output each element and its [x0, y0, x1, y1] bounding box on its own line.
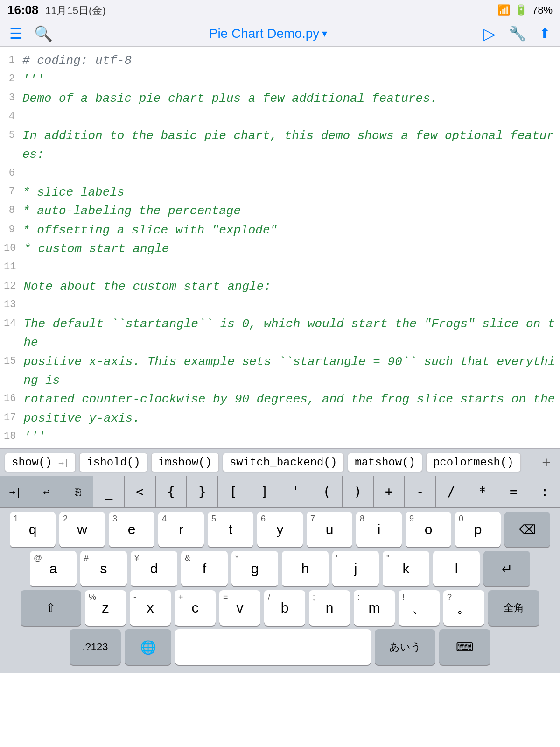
key-right-paren[interactable]: ): [343, 476, 374, 507]
key-m[interactable]: : m: [354, 590, 395, 626]
code-line-7: 7 * slice labels: [0, 183, 560, 202]
key-less-than[interactable]: <: [125, 476, 156, 507]
key-s-main: s: [100, 561, 107, 577]
key-colon[interactable]: :: [529, 476, 560, 507]
key-o[interactable]: 9 o: [406, 512, 451, 547]
key-comma-jp[interactable]: ! 、: [399, 590, 440, 626]
key-underscore[interactable]: _: [93, 476, 125, 507]
key-c[interactable]: + c: [175, 590, 216, 626]
key-tab[interactable]: →|: [0, 476, 31, 507]
autocomplete-imshow[interactable]: imshow(): [151, 453, 219, 472]
key-e[interactable]: 3 e: [109, 512, 154, 547]
line-content-5: In addition to the basic pie chart, this…: [22, 127, 556, 164]
run-icon[interactable]: ▷: [483, 24, 496, 43]
key-i[interactable]: 8 i: [356, 512, 402, 547]
key-space[interactable]: [175, 629, 371, 665]
line-content-17: positive y-axis.: [23, 409, 556, 428]
key-minus[interactable]: -: [405, 476, 436, 507]
line-number-4: 4: [4, 108, 22, 125]
key-j[interactable]: ' j: [332, 551, 379, 586]
share-icon[interactable]: ⬆: [539, 25, 551, 42]
line-content-2: ''': [22, 70, 556, 89]
key-p[interactable]: 0 p: [455, 512, 501, 547]
key-k[interactable]: " k: [383, 551, 429, 586]
key-undo[interactable]: ↩: [31, 476, 63, 507]
key-r[interactable]: 4 r: [158, 512, 204, 547]
key-shift[interactable]: ⇧: [21, 590, 81, 626]
key-a[interactable]: @ a: [30, 551, 77, 586]
key-s[interactable]: # s: [80, 551, 127, 586]
key-b[interactable]: / b: [264, 590, 305, 626]
code-line-16: 16 rotated counter-clockwise by 90 degre…: [0, 390, 560, 409]
autocomplete-switch-backend[interactable]: switch_backend(): [223, 453, 344, 472]
autocomplete-pcolormesh[interactable]: pcolormesh(): [426, 453, 521, 472]
key-h-main: h: [301, 561, 309, 577]
key-apostrophe[interactable]: ': [280, 476, 311, 507]
key-backspace[interactable]: ⌫: [504, 512, 550, 547]
key-comma-jp-main: 、: [412, 599, 426, 618]
key-v[interactable]: = v: [219, 590, 260, 626]
key-kana-toggle[interactable]: 全角: [488, 590, 539, 626]
key-w[interactable]: 2 w: [59, 512, 105, 547]
key-right-brace[interactable]: }: [187, 476, 218, 507]
key-equals[interactable]: =: [498, 476, 530, 507]
key-period-jp[interactable]: ? 。: [443, 590, 484, 626]
line-content-13: [23, 296, 556, 315]
autocomplete-ishold[interactable]: ishold(): [79, 453, 147, 472]
key-c-top: +: [178, 592, 183, 602]
key-u[interactable]: 7 u: [307, 512, 352, 547]
key-m-main: m: [369, 600, 380, 616]
autocomplete-add-button[interactable]: +: [537, 454, 555, 471]
key-z[interactable]: % z: [85, 590, 126, 626]
key-123[interactable]: .?123: [70, 629, 121, 665]
settings-icon[interactable]: 🔧: [509, 25, 526, 42]
key-keyboard-dismiss[interactable]: ⌨: [439, 629, 490, 665]
key-comma-jp-top: !: [402, 592, 405, 602]
key-t-top: 5: [211, 514, 216, 524]
key-left-brace[interactable]: {: [156, 476, 187, 507]
line-number-8: 8: [4, 202, 22, 218]
key-kana-button[interactable]: あいう: [375, 629, 435, 665]
autocomplete-show[interactable]: show() →|: [5, 453, 76, 472]
code-line-6: 6: [0, 164, 560, 183]
autocomplete-bar: show() →| ishold() imshow() switch_backe…: [0, 448, 560, 476]
key-right-bracket[interactable]: ]: [249, 476, 280, 507]
file-title: Pie Chart Demo.py: [209, 26, 320, 41]
key-f[interactable]: & f: [181, 551, 228, 586]
key-q[interactable]: 1 q: [10, 512, 56, 547]
line-number-10: 10: [4, 240, 23, 256]
key-asterisk[interactable]: *: [467, 476, 498, 507]
key-j-main: j: [354, 561, 357, 577]
key-h[interactable]: h: [282, 551, 329, 586]
key-d[interactable]: ¥ d: [131, 551, 177, 586]
key-g[interactable]: * g: [231, 551, 278, 586]
key-b-main: b: [281, 600, 289, 616]
key-slash[interactable]: /: [436, 476, 467, 507]
key-o-top: 9: [409, 514, 414, 524]
key-copy[interactable]: ⎘: [62, 476, 93, 507]
key-return[interactable]: ↵: [483, 551, 530, 586]
key-t-main: t: [229, 521, 232, 537]
key-left-bracket[interactable]: [: [218, 476, 249, 507]
code-line-15: 15 positive x-axis. This example sets ``…: [0, 352, 560, 390]
menu-icon[interactable]: ☰: [9, 25, 23, 42]
key-n[interactable]: ; n: [309, 590, 350, 626]
autocomplete-matshow[interactable]: matshow(): [348, 453, 422, 472]
line-number-2: 2: [4, 70, 22, 87]
code-line-4: 4: [0, 108, 560, 127]
key-t[interactable]: 5 t: [208, 512, 253, 547]
search-icon[interactable]: 🔍: [34, 25, 53, 42]
toolbar-title-area[interactable]: Pie Chart Demo.py ▾: [209, 26, 328, 41]
key-x[interactable]: - x: [130, 590, 171, 626]
key-globe[interactable]: 🌐: [125, 629, 171, 665]
key-l[interactable]: l: [433, 551, 480, 586]
line-content-4: [22, 108, 556, 127]
code-editor[interactable]: 1 # coding: utf-8 2 ''' 3 Demo of a basi…: [0, 47, 560, 448]
key-r-main: r: [179, 521, 183, 537]
key-plus[interactable]: +: [374, 476, 405, 507]
key-left-paren[interactable]: (: [311, 476, 343, 507]
line-content-19: [23, 446, 556, 448]
key-y[interactable]: 6 y: [257, 512, 303, 547]
key-s-top: #: [84, 553, 89, 563]
toolbar: ☰ 🔍 Pie Chart Demo.py ▾ ▷ 🔧 ⬆: [0, 21, 560, 47]
